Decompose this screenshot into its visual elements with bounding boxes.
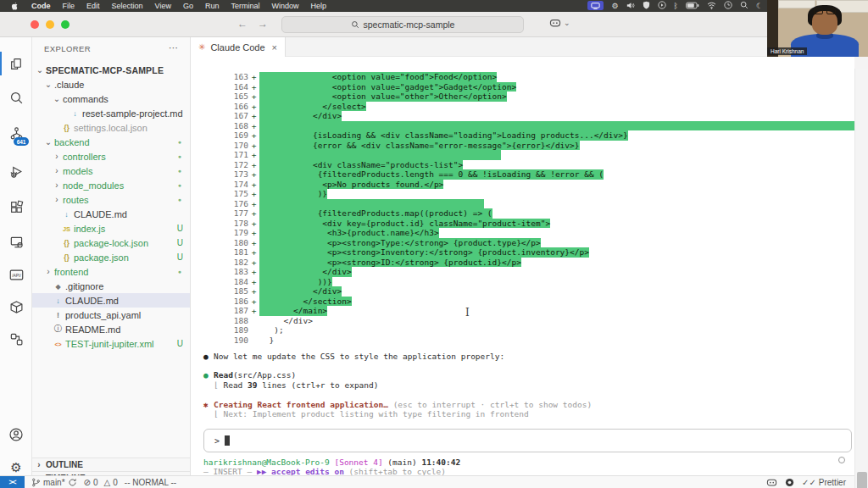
tree-item-package-lock-json[interactable]: {}package-lock.jsonU [32, 236, 190, 250]
code-line-177[interactable]: 177+ {filteredProducts.map((product) => … [191, 208, 492, 219]
code-line-178[interactable]: 178+ <div key={product.id} className="pr… [191, 219, 550, 229]
tree-item--claude[interactable]: ⌄.claude [32, 77, 190, 92]
gear-icon[interactable]: ⚙ [611, 2, 618, 10]
code-diff-view[interactable]: 163+ <option value="food">Food</option>1… [191, 57, 854, 370]
code-line-175[interactable]: 175+ )} [191, 189, 327, 199]
chevron-right-icon[interactable]: › [44, 267, 53, 276]
code-line-189[interactable]: 189 ); [191, 325, 284, 336]
chevron-down-icon[interactable]: ⌄ [44, 137, 53, 147]
activity-debug-icon[interactable] [0, 157, 32, 186]
extension-status-icon[interactable] [785, 478, 794, 487]
code-line-171[interactable]: 171+ [191, 150, 501, 160]
control-center-icon[interactable] [724, 1, 732, 11]
tree-item-test-junit-jupiter-xml[interactable]: <>TEST-junit-jupiter.xmlU [32, 336, 190, 351]
battery-icon[interactable] [686, 2, 699, 11]
prettier-status[interactable]: ✓✓ Prettier [802, 478, 846, 487]
terminal-input[interactable]: > [203, 429, 852, 452]
chevron-right-icon[interactable]: › [53, 152, 61, 161]
code-line-180[interactable]: 180+ <p><strong>Type:</strong> {product.… [191, 238, 541, 248]
activity-files-icon[interactable] [0, 49, 32, 78]
tree-item-products-api-yaml[interactable]: !products_api.yaml [32, 308, 190, 322]
code-line-184[interactable]: 184+ ))} [191, 277, 332, 287]
code-line-181[interactable]: 181+ <p><strong>Inventory:</strong> {pro… [191, 247, 589, 258]
scrollbar-thumb[interactable] [857, 472, 867, 488]
editor-scrollbar[interactable] [854, 69, 868, 488]
tree-item-node-modules[interactable]: ›node_modules● [32, 178, 190, 192]
tree-item-specmatic-mcp-sample[interactable]: ⌄SPECMATIC-MCP-SAMPLE [32, 63, 190, 77]
menu-item-code[interactable]: Code [25, 2, 57, 10]
bluetooth-icon[interactable]: ᛒ [674, 2, 678, 10]
record-icon[interactable] [658, 1, 666, 11]
menu-item-window[interactable]: Window [265, 2, 304, 10]
menu-item-go[interactable]: Go [177, 2, 199, 10]
activity-api-icon[interactable]: /API/ [0, 260, 32, 289]
menu-item-terminal[interactable]: Terminal [225, 2, 265, 10]
maximize-window-button[interactable] [61, 20, 70, 29]
code-line-182[interactable]: 182+ <p><strong>ID:</strong> {product.id… [191, 258, 521, 268]
git-branch-status[interactable]: main* [31, 478, 77, 487]
tree-item-commands[interactable]: ⌄commands [32, 92, 190, 106]
chevron-down-icon[interactable]: ⌄ [36, 65, 44, 75]
tree-item-controllers[interactable]: ›controllers● [32, 149, 190, 164]
shield-icon[interactable] [643, 1, 650, 11]
tree-item-claude-md[interactable]: ↓CLAUDE.md [32, 207, 190, 221]
explorer-more-actions[interactable]: ⋯ [169, 42, 178, 53]
menu-item-run[interactable]: Run [199, 2, 225, 10]
menu-item-view[interactable]: View [149, 2, 177, 10]
nav-forward-icon[interactable]: → [258, 18, 268, 30]
code-line-164[interactable]: 164+ <option value="gadget">Gadget</opti… [191, 82, 516, 92]
chevron-down-icon[interactable]: ⌄ [53, 94, 61, 103]
moon-icon[interactable]: ☾ [756, 2, 763, 10]
search-icon[interactable] [740, 1, 748, 11]
close-tab-icon[interactable]: × [272, 42, 277, 53]
code-line-168[interactable]: 168+ [191, 121, 854, 131]
close-window-button[interactable] [31, 20, 39, 29]
tree-item-frontend[interactable]: ›frontend● [32, 264, 190, 279]
code-line-167[interactable]: 167+ </div> [191, 111, 342, 121]
code-line-188[interactable]: 188 </div> [191, 316, 313, 326]
outline-section-header[interactable]: › OUTLINE [32, 458, 190, 471]
wifi-icon[interactable] [707, 2, 716, 11]
tab-claude-code[interactable]: ✳ Claude Code × [191, 37, 286, 57]
menu-item-help[interactable]: Help [304, 2, 332, 10]
tree-item--gitignore[interactable]: ◆.gitignore [32, 279, 190, 293]
chevron-right-icon[interactable]: › [53, 180, 61, 190]
screen-mirroring-icon[interactable] [587, 1, 604, 11]
activity-account-icon[interactable] [0, 420, 32, 449]
nav-back-icon[interactable]: ← [237, 18, 248, 30]
activity-source-control-icon[interactable]: 641 [0, 119, 32, 147]
code-line-172[interactable]: 172+ <div className="products-list"> [191, 160, 463, 170]
activity-package-icon[interactable] [0, 292, 32, 321]
code-line-186[interactable]: 186+ </section> [191, 297, 352, 307]
code-line-187[interactable]: 187+ </main> [191, 306, 327, 316]
tree-item-settings-local-json[interactable]: {}settings.local.json [32, 120, 190, 135]
remote-indicator[interactable]: >< [0, 476, 25, 488]
chevron-right-icon[interactable]: › [53, 166, 61, 175]
minimize-window-button[interactable] [46, 20, 54, 29]
tree-item-package-json[interactable]: {}package.jsonU [32, 250, 190, 264]
tree-item-models[interactable]: ›models● [32, 164, 190, 178]
code-line-166[interactable]: 166+ </select> [191, 102, 366, 112]
code-line-169[interactable]: 169+ {isLoading && <div className="loadi… [191, 130, 628, 141]
tree-item-reset-sample-project-md[interactable]: ↓reset-sample-project.md [32, 106, 190, 120]
code-line-165[interactable]: 165+ <option value="other">Other</option… [191, 92, 507, 102]
menu-item-edit[interactable]: Edit [81, 2, 106, 10]
menu-item-selection[interactable]: Selection [106, 2, 149, 10]
copilot-menu-button[interactable]: ⌄ [549, 18, 570, 28]
problems-status[interactable]: ⊘ 0 △ 0 [84, 478, 118, 487]
volume-icon[interactable] [626, 2, 635, 11]
code-line-183[interactable]: 183+ </div> [191, 267, 352, 277]
menu-item-file[interactable]: File [57, 2, 81, 10]
tree-item-backend[interactable]: ⌄backend● [32, 135, 190, 149]
terminal-scroll-indicator[interactable] [838, 457, 845, 463]
apple-icon[interactable] [10, 2, 19, 11]
copilot-status-icon[interactable] [766, 478, 777, 487]
code-line-176[interactable]: 176+ [191, 199, 484, 209]
activity-search-icon[interactable] [0, 83, 32, 112]
code-line-185[interactable]: 185+ </div> [191, 286, 342, 297]
code-line-163[interactable]: 163+ <option value="food">Food</option> [191, 72, 497, 82]
tree-item-index-js[interactable]: JSindex.jsU [32, 221, 190, 236]
activity-network-icon[interactable] [0, 324, 32, 353]
code-line-173[interactable]: 173+ {filteredProducts.length === 0 && !… [191, 169, 604, 180]
tree-item-readme-md[interactable]: ⓘREADME.md [32, 322, 190, 336]
